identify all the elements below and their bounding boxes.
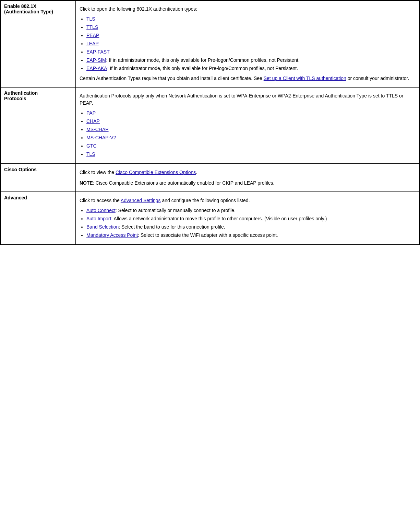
footer-enable-802-1x: Certain Authentication Types require tha… <box>80 75 416 82</box>
link-gtc[interactable]: GTC <box>86 143 97 149</box>
link-band-selection[interactable]: Band Selection <box>86 224 119 230</box>
intro-cisco-options: Click to view the Cisco Compatible Exten… <box>80 169 416 176</box>
content-authentication-protocols: Authentication Protocols apply only when… <box>76 87 420 164</box>
list-item: Band Selection: Select the band to use f… <box>86 223 416 231</box>
list-advanced: Auto Connect: Select to automatically or… <box>86 207 416 239</box>
content-cisco-options: Click to view the Cisco Compatible Exten… <box>76 164 420 192</box>
note-label: NOTE <box>80 180 93 186</box>
list-item: PEAP <box>86 32 416 39</box>
note-cisco-options: NOTE: Cisco Compatible Extensions are au… <box>80 179 416 187</box>
list-item: LEAP <box>86 40 416 47</box>
link-ms-chap-v2[interactable]: MS-CHAP-V2 <box>86 135 116 140</box>
list-item: EAP-AKA: If in administrator mode, this … <box>86 65 416 72</box>
row-advanced: Advanced Click to access the Advanced Se… <box>0 192 420 245</box>
list-item: TLS <box>86 151 416 158</box>
list-item: MS-CHAP <box>86 126 416 133</box>
intro-enable-802-1x: Click to open the following 802.1X authe… <box>80 5 416 13</box>
link-tls[interactable]: TLS <box>86 16 95 22</box>
list-authentication-protocols: PAP CHAP MS-CHAP MS-CHAP-V2 GTC TLS <box>86 109 416 158</box>
link-ttls[interactable]: TTLS <box>86 24 98 30</box>
intro-advanced: Click to access the Advanced Settings an… <box>80 197 416 204</box>
list-item: Auto Import: Allows a network administra… <box>86 215 416 222</box>
link-auto-connect[interactable]: Auto Connect <box>86 208 116 213</box>
link-ms-chap[interactable]: MS-CHAP <box>86 127 109 132</box>
label-advanced: Advanced <box>0 192 76 245</box>
list-item: EAP-SIM: If in administrator mode, this … <box>86 57 416 64</box>
list-item: TLS <box>86 15 416 23</box>
label-authentication-protocols: AuthenticationProtocols <box>0 87 76 164</box>
row-cisco-options: Cisco Options Click to view the Cisco Co… <box>0 164 420 192</box>
content-advanced: Click to access the Advanced Settings an… <box>76 192 420 245</box>
link-leap[interactable]: LEAP <box>86 41 99 46</box>
list-item: MS-CHAP-V2 <box>86 134 416 141</box>
label-cisco-options: Cisco Options <box>0 164 76 192</box>
list-enable-802-1x: TLS TTLS PEAP LEAP EAP-FAST EAP-SIM: If … <box>86 15 416 72</box>
link-tls-setup[interactable]: Set up a Client with TLS authentication <box>264 76 346 81</box>
list-item: Auto Connect: Select to automatically or… <box>86 207 416 214</box>
link-auto-import[interactable]: Auto Import <box>86 216 111 221</box>
link-tls-auth[interactable]: TLS <box>86 151 95 157</box>
list-item: PAP <box>86 109 416 117</box>
list-item: CHAP <box>86 118 416 125</box>
link-mandatory-access-point[interactable]: Mandatory Access Point <box>86 232 138 238</box>
label-enable-802-1x: Enable 802.1X(Authentication Type) <box>0 0 76 87</box>
list-item: EAP-FAST <box>86 48 416 56</box>
link-cisco-compatible-extensions[interactable]: Cisco Compatible Extensions Options <box>116 170 196 175</box>
list-item: TTLS <box>86 24 416 31</box>
row-authentication-protocols: AuthenticationProtocols Authentication P… <box>0 87 420 164</box>
content-enable-802-1x: Click to open the following 802.1X authe… <box>76 0 420 87</box>
link-chap[interactable]: CHAP <box>86 118 100 124</box>
link-peap[interactable]: PEAP <box>86 33 99 38</box>
intro-authentication-protocols: Authentication Protocols apply only when… <box>80 92 416 107</box>
link-pap[interactable]: PAP <box>86 110 96 116</box>
list-item: GTC <box>86 142 416 150</box>
list-item: Mandatory Access Point: Select to associ… <box>86 232 416 239</box>
link-advanced-settings[interactable]: Advanced Settings <box>121 198 161 203</box>
link-eap-aka[interactable]: EAP-AKA <box>86 66 107 71</box>
link-eap-sim[interactable]: EAP-SIM <box>86 57 106 63</box>
row-enable-802-1x: Enable 802.1X(Authentication Type) Click… <box>0 0 420 87</box>
link-eap-fast[interactable]: EAP-FAST <box>86 49 110 55</box>
